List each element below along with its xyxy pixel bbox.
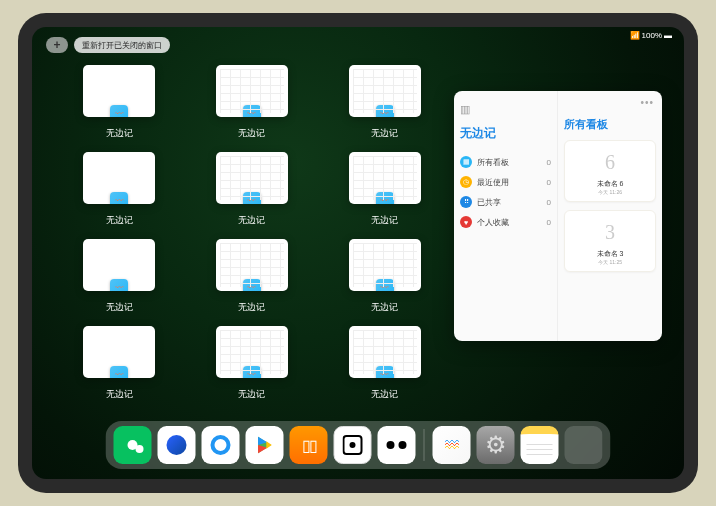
notes-icon[interactable]	[521, 426, 559, 464]
window-label: 无边记	[371, 388, 398, 401]
window-thumbnail[interactable]: 无边记	[327, 152, 442, 227]
nav-count: 0	[547, 198, 551, 207]
reopen-closed-window-button[interactable]: 重新打开已关闭的窗口	[74, 37, 170, 53]
signal-icon: 📶	[630, 31, 640, 40]
window-label: 无边记	[106, 301, 133, 314]
freeform-app-icon	[243, 105, 261, 117]
thumbnail-preview	[83, 326, 155, 378]
new-window-button[interactable]: +	[46, 37, 68, 53]
thumbnail-preview	[349, 326, 421, 378]
window-thumbnail[interactable]: 无边记	[195, 65, 310, 140]
nav-count: 0	[547, 178, 551, 187]
nav-count: 0	[547, 158, 551, 167]
thumbnail-preview	[216, 152, 288, 204]
nav-label: 个人收藏	[477, 217, 509, 228]
more-icon[interactable]: •••	[640, 97, 654, 108]
nav-item[interactable]: ⠿已共享0	[460, 192, 551, 212]
screen: 📶 100% ▬ + 重新打开已关闭的窗口 无边记无边记无边记无边记无边记无边记…	[32, 27, 684, 479]
window-label: 无边记	[106, 388, 133, 401]
freeform-panel[interactable]: ••• ▥ 无边记 ▦所有看板0◷最近使用0⠿已共享0♥个人收藏0 所有看板 6…	[454, 91, 662, 341]
nav-item[interactable]: ◷最近使用0	[460, 172, 551, 192]
wechat-icon[interactable]	[114, 426, 152, 464]
svg-marker-3	[266, 441, 272, 448]
books-icon[interactable]	[290, 426, 328, 464]
dice-app-icon[interactable]	[334, 426, 372, 464]
thumbnail-preview	[216, 239, 288, 291]
thumbnail-preview	[349, 239, 421, 291]
freeform-app-icon	[376, 279, 394, 291]
window-label: 无边记	[106, 127, 133, 140]
board-preview: 6	[593, 147, 627, 177]
window-thumbnail[interactable]: 无边记	[195, 326, 310, 401]
freeform-app-icon	[243, 366, 261, 378]
board-card[interactable]: 6未命名 6今天 11:26	[564, 140, 656, 202]
window-thumbnail[interactable]: 无边记	[327, 239, 442, 314]
window-thumbnail[interactable]: 无边记	[327, 65, 442, 140]
window-thumbnail[interactable]: 无边记	[327, 326, 442, 401]
freeform-app-icon	[376, 105, 394, 117]
window-label: 无边记	[238, 214, 265, 227]
settings-icon[interactable]	[477, 426, 515, 464]
window-label: 无边记	[371, 214, 398, 227]
nav-label: 已共享	[477, 197, 501, 208]
heart-icon: ♥	[460, 216, 472, 228]
two-dots-icon[interactable]	[378, 426, 416, 464]
nav-item[interactable]: ▦所有看板0	[460, 152, 551, 172]
board-time: 今天 11:26	[598, 189, 622, 195]
freeform-app-icon	[243, 279, 261, 291]
board-name: 未命名 6	[597, 179, 624, 189]
window-thumbnail[interactable]: 无边记	[195, 239, 310, 314]
sidebar-toggle-icon[interactable]: ▥	[460, 103, 470, 115]
dock-separator	[424, 429, 425, 461]
board-time: 今天 11:25	[598, 259, 622, 265]
board-card[interactable]: 3未命名 3今天 11:25	[564, 210, 656, 272]
grid-icon: ▦	[460, 156, 472, 168]
window-label: 无边记	[106, 214, 133, 227]
clock-icon: ◷	[460, 176, 472, 188]
nav-label: 最近使用	[477, 177, 509, 188]
thumbnail-preview	[216, 65, 288, 117]
board-cards: 6未命名 6今天 11:263未命名 3今天 11:25	[564, 140, 656, 272]
board-name: 未命名 3	[597, 249, 624, 259]
window-thumbnail[interactable]: 无边记	[62, 65, 177, 140]
window-thumbnail[interactable]: 无边记	[195, 152, 310, 227]
panel-nav: ▦所有看板0◷最近使用0⠿已共享0♥个人收藏0	[460, 152, 551, 232]
status-bar: 📶 100% ▬	[630, 31, 672, 40]
freeform-app-icon	[243, 192, 261, 204]
nav-count: 0	[547, 218, 551, 227]
thumbnail-preview	[83, 152, 155, 204]
window-label: 无边记	[371, 301, 398, 314]
dock	[106, 421, 611, 469]
freeform-icon[interactable]	[433, 426, 471, 464]
freeform-app-icon	[110, 105, 128, 117]
ipad-frame: 📶 100% ▬ + 重新打开已关闭的窗口 无边记无边记无边记无边记无边记无边记…	[18, 13, 698, 493]
panel-content: 所有看板 6未命名 6今天 11:263未命名 3今天 11:25	[558, 91, 662, 341]
nav-label: 所有看板	[477, 157, 509, 168]
battery-icon: ▬	[664, 31, 672, 40]
panel-sidebar: ▥ 无边记 ▦所有看板0◷最近使用0⠿已共享0♥个人收藏0	[454, 91, 558, 341]
quark-icon[interactable]	[202, 426, 240, 464]
battery-label: 100%	[642, 31, 662, 40]
window-thumbnail[interactable]: 无边记	[62, 239, 177, 314]
panel-content-title: 所有看板	[564, 117, 656, 132]
window-label: 无边记	[238, 301, 265, 314]
freeform-app-icon	[110, 366, 128, 378]
app-expose-grid: 无边记无边记无边记无边记无边记无边记无边记无边记无边记无边记无边记无边记	[62, 65, 442, 401]
play-store-icon[interactable]	[246, 426, 284, 464]
nav-item[interactable]: ♥个人收藏0	[460, 212, 551, 232]
app-library-icon[interactable]	[565, 426, 603, 464]
panel-title: 无边记	[460, 125, 551, 142]
freeform-app-icon	[376, 366, 394, 378]
browser-hd-icon[interactable]	[158, 426, 196, 464]
window-label: 无边记	[238, 388, 265, 401]
thumbnail-preview	[349, 152, 421, 204]
thumbnail-preview	[216, 326, 288, 378]
freeform-app-icon	[110, 192, 128, 204]
window-thumbnail[interactable]: 无边记	[62, 152, 177, 227]
window-label: 无边记	[371, 127, 398, 140]
window-thumbnail[interactable]: 无边记	[62, 326, 177, 401]
freeform-app-icon	[376, 192, 394, 204]
thumbnail-preview	[349, 65, 421, 117]
thumbnail-preview	[83, 239, 155, 291]
window-label: 无边记	[238, 127, 265, 140]
